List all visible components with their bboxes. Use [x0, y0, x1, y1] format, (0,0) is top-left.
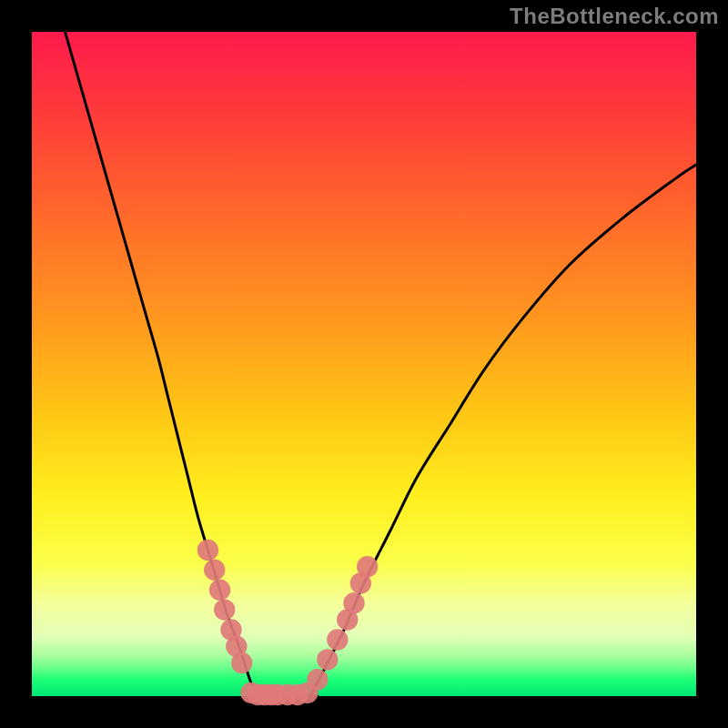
- watermark-text: TheBottleneck.com: [510, 4, 719, 29]
- chart-gradient-background: [32, 32, 696, 696]
- highlight-marker: [197, 540, 218, 561]
- highlight-marker: [317, 649, 338, 670]
- chart-container: TheBottleneck.com: [0, 0, 728, 728]
- chart-svg: [0, 0, 728, 728]
- highlight-marker: [307, 669, 328, 690]
- highlight-marker: [343, 592, 364, 613]
- highlight-marker: [231, 652, 252, 673]
- highlight-marker: [357, 556, 378, 577]
- highlight-marker: [209, 580, 230, 601]
- highlight-marker: [327, 629, 348, 650]
- highlight-marker: [214, 599, 235, 620]
- highlight-marker: [204, 560, 225, 581]
